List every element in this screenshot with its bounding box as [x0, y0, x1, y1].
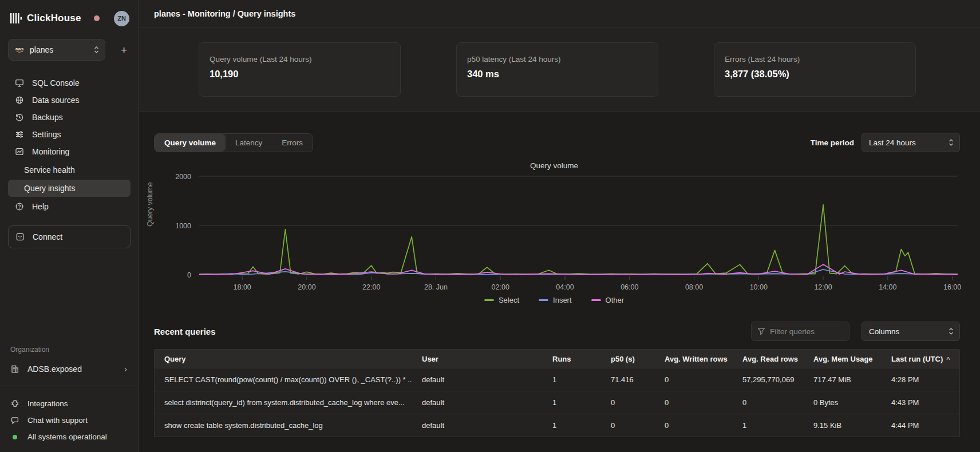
sidebar-item-label: Data sources: [32, 96, 79, 105]
cell-query: SELECT CAST(round(pow(count() / max(coun…: [155, 375, 412, 384]
sidebar-item-monitoring[interactable]: Monitoring: [8, 143, 131, 160]
tab-errors[interactable]: Errors: [272, 134, 313, 152]
brand-name: ClickHouse: [27, 13, 81, 24]
column-header-query[interactable]: Query: [155, 355, 412, 363]
table-row[interactable]: select distrinct(query_id) from system.d…: [155, 391, 959, 414]
footer-item-label: Integrations: [27, 399, 68, 408]
sidebar-item-query-insights[interactable]: Query insights: [8, 180, 131, 197]
cell-query: show create table system.distributed_cac…: [155, 421, 412, 430]
chart-xtick-label: 02:00: [492, 283, 509, 291]
query-volume-chart-svg: 01000200018:0020:0022:0028. Jun02:0004:0…: [145, 172, 963, 294]
stat-label: Query volume (Last 24 hours): [210, 55, 390, 64]
cell-user: default: [412, 398, 543, 407]
backups-icon: [15, 113, 24, 122]
cell-query: select distrinct(query_id) from system.d…: [155, 398, 412, 407]
columns-label: Columns: [869, 327, 899, 336]
column-header-avg-read[interactable]: Avg. Read rows: [733, 355, 804, 363]
cell-avg-read: 57,295,770,069: [733, 375, 804, 384]
organization-name: ADSB.exposed: [27, 364, 82, 374]
sidebar-item-label: SQL Console: [32, 78, 80, 88]
chart-ytick-label: 1000: [175, 222, 191, 230]
sidebar-item-backups[interactable]: Backups: [8, 109, 131, 126]
column-header-avg-mem[interactable]: Avg. Mem Usage: [804, 355, 882, 363]
sidebar-item-chat-support[interactable]: Chat with support: [8, 412, 131, 429]
clickhouse-logo-icon: [10, 13, 22, 23]
sidebar-item-sql-console[interactable]: SQL Console: [8, 74, 131, 92]
columns-select[interactable]: Columns: [862, 322, 960, 341]
chart-series-select: [199, 205, 958, 275]
column-header-runs[interactable]: Runs: [543, 355, 601, 363]
cell-user: default: [412, 421, 543, 430]
legend-item-insert[interactable]: Insert: [539, 296, 572, 304]
column-header-last-run[interactable]: Last run (UTC)^: [882, 355, 959, 363]
tab-latency[interactable]: Latency: [226, 134, 272, 152]
sidebar-item-integrations[interactable]: Integrations: [8, 395, 131, 412]
add-service-button[interactable]: +: [121, 45, 127, 55]
chart-xtick-label: 08:00: [685, 283, 703, 291]
chart-ytick-label: 2000: [175, 173, 191, 181]
stat-label: p50 latency (Last 24 hours): [467, 55, 647, 64]
sidebar-nav: SQL Console Data sources Backups: [8, 74, 131, 215]
cell-avg-mem: 9.15 KiB: [804, 421, 882, 430]
monitoring-icon: [15, 147, 24, 156]
stats-strip: Query volume (Last 24 hours) 10,190 p50 …: [139, 27, 980, 112]
filter-placeholder: Filter queries: [770, 327, 815, 336]
cell-last-run: 4:28 PM: [882, 375, 959, 384]
chart-xtick-label: 12:00: [814, 283, 832, 291]
svg-text:aws: aws: [15, 46, 23, 51]
filter-queries-input[interactable]: Filter queries: [751, 322, 849, 341]
cell-user: default: [412, 375, 543, 384]
chart-xtick-label: 10:00: [750, 283, 768, 291]
aws-icon: aws: [14, 45, 25, 54]
filter-funnel-icon: [757, 327, 765, 335]
chart-ytick-label: 0: [187, 271, 191, 279]
legend-item-other[interactable]: Other: [591, 296, 625, 304]
organization-item[interactable]: ADSB.exposed ›: [8, 360, 131, 378]
main-content: planes - Monitoring / Query insights Que…: [139, 0, 980, 452]
chevron-right-icon: ›: [124, 364, 127, 374]
sidebar: ClickHouse ZN aws planes +: [0, 0, 139, 452]
chart-xtick-label: 22:00: [362, 283, 380, 291]
table-row[interactable]: SELECT CAST(round(pow(count() / max(coun…: [155, 368, 959, 391]
sidebar-item-label: Settings: [32, 130, 61, 139]
sidebar-item-service-health[interactable]: Service health: [8, 161, 131, 179]
legend-item-select[interactable]: Select: [484, 296, 519, 304]
legend-swatch: [484, 299, 494, 301]
recent-queries-table: Query User Runs p50 (s) Avg. Written row…: [154, 349, 960, 437]
stat-label: Errors (Last 24 hours): [725, 55, 905, 64]
avatar[interactable]: ZN: [114, 11, 129, 26]
legend-label: Select: [499, 296, 519, 304]
chevron-updown-icon: [94, 46, 99, 54]
service-row: aws planes +: [8, 39, 131, 61]
sidebar-item-data-sources[interactable]: Data sources: [8, 92, 131, 109]
help-icon: [15, 202, 24, 211]
tab-query-volume[interactable]: Query volume: [155, 134, 226, 152]
column-header-user[interactable]: User: [412, 355, 543, 363]
cell-avg-read: 0: [733, 398, 804, 407]
breadcrumb: planes - Monitoring / Query insights: [154, 9, 295, 18]
cell-p50: 0: [601, 421, 655, 430]
column-header-p50[interactable]: p50 (s): [601, 355, 655, 363]
notification-dot: [94, 15, 100, 21]
cell-avg-written: 0: [655, 398, 733, 407]
system-status[interactable]: All systems operational: [8, 429, 131, 445]
sidebar-item-settings[interactable]: Settings: [8, 126, 131, 143]
sidebar-item-help[interactable]: Help: [8, 198, 131, 215]
chart-xtick-label: 20:00: [298, 283, 315, 291]
chart-xtick-label: 14:00: [879, 283, 896, 291]
sidebar-item-label: Monitoring: [32, 147, 69, 156]
organization-icon: [10, 364, 19, 374]
chat-bubble-icon: [10, 416, 19, 425]
settings-sliders-icon: [15, 130, 24, 139]
service-selector[interactable]: aws planes: [8, 39, 105, 61]
recent-queries-header: Recent queries Filter queries Columns: [154, 322, 960, 341]
time-period-select[interactable]: Last 24 hours: [862, 133, 960, 152]
chart-xtick-label: 06:00: [621, 283, 638, 291]
chart-area: Query volume 01000200018:0020:0022:0028.…: [145, 172, 963, 296]
table-row[interactable]: show create table system.distributed_cac…: [155, 414, 959, 437]
connect-button[interactable]: Connect: [8, 225, 131, 248]
sidebar-item-label: Backups: [32, 113, 63, 122]
stat-value: 340 ms: [467, 69, 647, 80]
cell-p50: 0: [601, 398, 655, 407]
column-header-avg-written[interactable]: Avg. Written rows: [655, 355, 733, 363]
